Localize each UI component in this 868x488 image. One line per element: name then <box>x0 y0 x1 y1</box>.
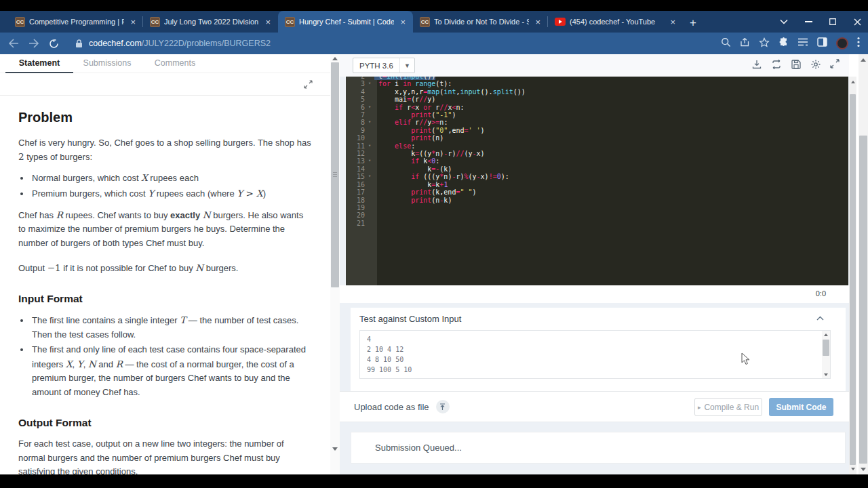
upload-icon[interactable] <box>436 400 450 413</box>
code-token: " " <box>460 188 472 196</box>
url-path: /JULY222D/problems/BURGERS2 <box>142 39 271 48</box>
scroll-up-arrow[interactable] <box>822 331 830 338</box>
scroll-down-arrow[interactable] <box>859 465 868 473</box>
reset-icon[interactable] <box>771 59 782 70</box>
scroll-up-arrow[interactable] <box>849 78 856 86</box>
code-editor[interactable]: 2t=int(input())3▾for i in range(t):4 x,y… <box>346 77 848 285</box>
scroll-up-arrow[interactable] <box>859 56 868 64</box>
statement-scrollbar[interactable] <box>330 54 340 474</box>
submit-code-button[interactable]: Submit Code <box>769 398 833 416</box>
search-icon[interactable] <box>721 37 731 50</box>
codechef-favicon: CC <box>15 17 25 27</box>
profile-avatar[interactable] <box>836 37 848 49</box>
line-number: 19 <box>346 204 365 211</box>
collapse-chevron-up-icon[interactable] <box>816 316 824 321</box>
tab-close-button[interactable]: × <box>263 18 273 26</box>
scroll-down-arrow[interactable] <box>822 371 830 378</box>
custom-input-line: 99 100 5 10 <box>367 365 823 375</box>
maximize-button[interactable] <box>829 18 837 26</box>
line-number: 21 <box>346 220 365 227</box>
fold-spacer <box>365 127 374 134</box>
custom-input-scrollbar[interactable] <box>822 331 830 378</box>
custom-input-title: Test against Custom Input <box>359 314 461 324</box>
browser-tab[interactable]: (454) codechef - YouTube× <box>548 11 683 33</box>
fold-toggle-icon[interactable]: ▾ <box>365 157 374 165</box>
custom-input-textarea[interactable]: 42 10 4 124 8 10 5099 100 5 10 <box>359 330 831 379</box>
tab-close-button[interactable]: × <box>533 18 542 26</box>
url-bar[interactable]: codechef.com/JULY222D/problems/BURGERS2 <box>75 39 271 48</box>
problem-body: Problem Chef is very hungry. So, Chef go… <box>0 96 330 474</box>
code-text: print("0",end=' ') <box>374 127 485 134</box>
code-text: print(k,end=" ") <box>374 188 477 196</box>
tab-comments[interactable]: Comments <box>141 54 209 73</box>
fold-toggle-icon[interactable]: ▾ <box>365 80 374 87</box>
code-token <box>378 142 395 150</box>
fullscreen-expand-icon[interactable] <box>304 80 313 89</box>
code-token <box>378 111 411 119</box>
text-segment: The first line contains a single integer <box>32 315 180 325</box>
scrollbar-thumb[interactable] <box>823 340 829 356</box>
scrollbar-thumb[interactable] <box>331 62 339 287</box>
submit-panel-scrollbar[interactable] <box>849 77 856 474</box>
fold-toggle-icon[interactable]: ▾ <box>365 104 374 111</box>
browser-tab-bar: CCCompetitive Programming | Parti×CCJuly… <box>0 11 868 33</box>
queue-list-icon[interactable] <box>797 37 808 49</box>
text-segment: R <box>56 209 63 220</box>
language-select[interactable]: PYTH 3.6 ▼ <box>353 58 415 73</box>
browser-tab[interactable]: CCCompetitive Programming | Parti× <box>8 11 143 33</box>
fold-spacer <box>365 211 374 219</box>
settings-icon[interactable] <box>810 59 821 70</box>
tab-statement[interactable]: Statement <box>5 54 73 73</box>
download-icon[interactable] <box>751 59 762 70</box>
extensions-puzzle-icon[interactable] <box>778 37 789 50</box>
scrollbar-thumb[interactable] <box>850 94 856 465</box>
new-tab-button[interactable]: + <box>690 17 696 28</box>
browser-tab[interactable]: CCHungry Chef - Submit | CodeChe× <box>278 11 413 33</box>
code-text: k=((y*n)-r)//(y-x) <box>374 150 485 157</box>
back-button[interactable] <box>8 39 19 48</box>
share-icon[interactable] <box>740 37 750 50</box>
code-token: x) <box>477 150 485 157</box>
code-token: ) <box>473 188 477 196</box>
fold-toggle-icon[interactable]: ▾ <box>365 173 374 180</box>
mouse-cursor <box>741 352 751 365</box>
code-token: (n) <box>431 134 443 142</box>
code-text <box>374 211 382 219</box>
line-number: 14 <box>346 165 365 173</box>
code-token: for <box>378 80 391 87</box>
browser-tab[interactable]: CCJuly Long Two 2022 Division 4 (R× <box>143 11 278 33</box>
browser-tab[interactable]: CCTo Divide or Not To Divide - Sub× <box>413 11 548 33</box>
text-segment: −1 <box>47 262 61 273</box>
code-token: int <box>387 77 399 80</box>
minimize-button[interactable] <box>804 18 812 26</box>
scroll-down-arrow[interactable] <box>330 445 340 453</box>
fold-toggle-icon[interactable]: ▾ <box>365 119 374 126</box>
expand-icon[interactable] <box>830 59 840 68</box>
code-token: map <box>427 88 439 96</box>
tab-close-button[interactable]: × <box>398 18 408 26</box>
chevron-down-icon: ▼ <box>399 58 414 73</box>
side-panel-icon[interactable] <box>817 37 827 49</box>
tab-search-chevron-icon[interactable] <box>780 18 788 26</box>
compile-run-button[interactable]: ▸ Compile & Run <box>694 398 762 416</box>
custom-input-lines: 42 10 4 124 8 10 5099 100 5 10 <box>360 331 830 378</box>
menu-dots-icon[interactable] <box>857 37 860 50</box>
tab-submissions[interactable]: Submissions <box>73 54 141 73</box>
code-token: print <box>411 134 431 142</box>
close-window-button[interactable] <box>853 18 861 26</box>
code-token: ()) <box>513 88 526 96</box>
scroll-down-arrow[interactable] <box>849 465 856 473</box>
save-icon[interactable] <box>791 59 802 70</box>
code-token: input <box>460 88 480 96</box>
tab-close-button[interactable]: × <box>128 18 138 26</box>
fold-toggle-icon[interactable]: ▾ <box>365 142 374 150</box>
code-token: or <box>423 104 431 111</box>
reload-button[interactable] <box>49 39 59 49</box>
scroll-up-arrow[interactable] <box>330 54 340 62</box>
scrollbar-thumb[interactable] <box>859 136 867 464</box>
bookmark-star-icon[interactable] <box>759 37 770 50</box>
tab-close-button[interactable]: × <box>668 18 677 26</box>
text-segment: For each test case, output on a new line… <box>18 439 284 474</box>
page-scrollbar[interactable] <box>859 54 868 474</box>
forward-button[interactable] <box>28 39 39 48</box>
